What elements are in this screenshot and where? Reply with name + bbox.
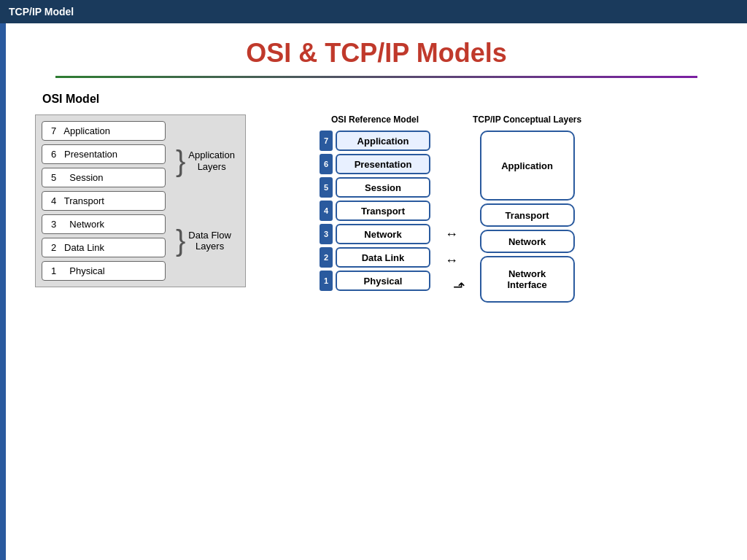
ref-num-3: 3 [320, 224, 333, 244]
ref-box-transport: Transport [336, 201, 430, 221]
osi-layer-6: 6 Presentation [42, 144, 166, 164]
header-bar: TCP/IP Model [0, 0, 747, 23]
main-content: OSI & TCP/IP Models OSI Model 7 Applicat… [0, 23, 747, 339]
dataflow-layers-text: Data FlowLayers [188, 230, 231, 252]
ref-box-network: Network [336, 224, 430, 244]
ref-num-7: 7 [320, 131, 333, 151]
dataflow-layers-group: } Data FlowLayers [176, 226, 235, 255]
ref-num-5: 5 [320, 177, 333, 198]
app-layers-text: ApplicationLayers [188, 149, 235, 172]
app-bracket: } [176, 147, 185, 176]
ref-layer-2: 2 Data Link [320, 247, 430, 268]
tcpip-diagram: TCP/IP Conceptual Layers Application Tra… [473, 114, 581, 303]
tcpip-subtitle: TCP/IP Conceptual Layers [473, 114, 581, 125]
osi-section-title: OSI Model [42, 93, 718, 106]
tcpip-network-interface: NetworkInterface [480, 256, 575, 303]
osi-layer-5: 5 Session [42, 168, 166, 187]
osi-layers-wrapper: 7 Application 6 Presentation 5 Session 4… [35, 114, 246, 287]
ref-num-2: 2 [320, 247, 333, 268]
ref-num-4: 4 [320, 201, 333, 221]
cursor-icon: ⬏ [453, 278, 465, 295]
tcpip-transport: Transport [480, 203, 575, 227]
osi-ref-layers: 7 Application 6 Presentation 5 Session 4… [320, 131, 430, 291]
tcpip-application: Application [480, 131, 575, 201]
osi-ref-diagram: OSI Reference Model 7 Application 6 Pres… [320, 114, 430, 291]
title-underline [55, 76, 697, 78]
arrows-column: ↔ ↔ ⬏ [445, 114, 458, 324]
ref-box-presentation: Presentation [336, 154, 430, 174]
ref-num-6: 6 [320, 154, 333, 174]
osi-layer-2: 2 Data Link [42, 238, 166, 257]
diagrams-container: 7 Application 6 Presentation 5 Session 4… [35, 114, 718, 324]
left-accent-bar [0, 23, 6, 560]
dataflow-label: Data FlowLayers [188, 230, 231, 252]
tcpip-network: Network [480, 230, 575, 253]
osi-layer-3: 3 Network [42, 214, 166, 234]
arrow-3: ↔ [445, 249, 458, 272]
right-diagrams: OSI Reference Model 7 Application 6 Pres… [320, 114, 581, 324]
slide-title: OSI & TCP/IP Models [35, 38, 718, 69]
ref-box-physical: Physical [336, 271, 430, 291]
osi-left-diagram: 7 Application 6 Presentation 5 Session 4… [35, 114, 298, 287]
osi-layer-1: 1 Physical [42, 261, 166, 281]
arrow-4: ↔ [445, 222, 458, 246]
dataflow-bracket: } [176, 226, 185, 255]
ref-num-1: 1 [320, 271, 333, 291]
osi-layer-4: 4 Transport [42, 191, 166, 211]
ref-box-application: Application [336, 131, 430, 151]
ref-layer-7: 7 Application [320, 131, 430, 151]
application-layers-group: } ApplicationLayers [176, 147, 235, 176]
ref-layer-4: 4 Transport [320, 201, 430, 221]
ref-layer-6: 6 Presentation [320, 154, 430, 174]
ref-box-session: Session [336, 177, 430, 198]
ref-layer-3: 3 Network [320, 224, 430, 244]
tcpip-layers: Application Transport Network NetworkInt… [480, 131, 575, 303]
osi-layer-boxes: 7 Application 6 Presentation 5 Session 4… [42, 121, 166, 281]
ref-box-datalink: Data Link [336, 247, 430, 268]
app-label: ApplicationLayers [188, 149, 235, 172]
osi-ref-subtitle: OSI Reference Model [331, 114, 419, 125]
osi-group-labels: } ApplicationLayers } Data FlowLayers [171, 121, 239, 281]
osi-layer-7: 7 Application [42, 121, 166, 141]
ref-layer-1: 1 Physical [320, 271, 430, 291]
header-title: TCP/IP Model [9, 6, 74, 18]
ref-layer-5: 5 Session [320, 177, 430, 198]
